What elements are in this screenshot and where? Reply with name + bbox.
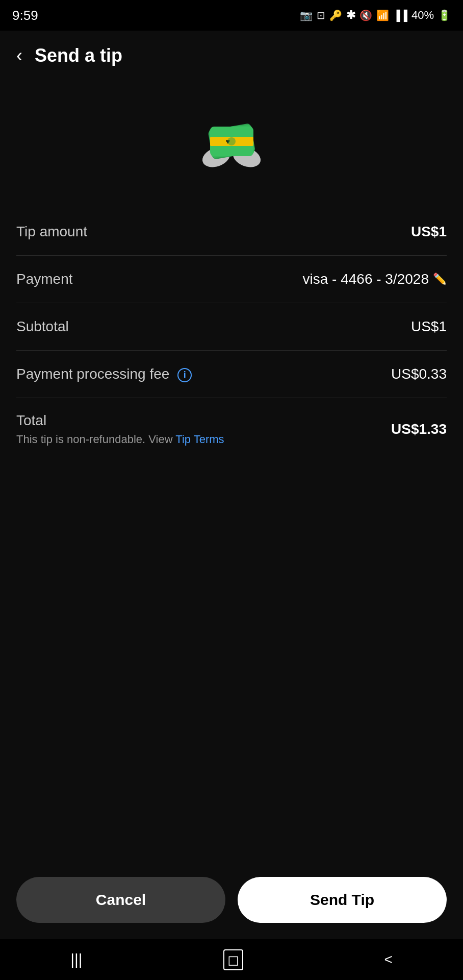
page-title: Send a tip — [35, 45, 122, 66]
edit-payment-icon[interactable]: ✏️ — [433, 273, 447, 286]
back-button[interactable]: ‹ — [16, 46, 22, 65]
svg-point-7 — [227, 137, 236, 145]
total-value: US$1.33 — [391, 421, 447, 437]
mute-icon: 🔇 — [359, 9, 372, 21]
battery-percent: 40% — [411, 9, 434, 22]
key-icon: 🔑 — [329, 9, 342, 21]
camera-icon: 📷 — [300, 9, 313, 21]
processing-fee-row: Payment processing fee i US$0.33 — [16, 351, 447, 398]
nav-back-icon[interactable]: < — [384, 951, 392, 968]
payment-row[interactable]: Payment visa - 4466 - 3/2028 ✏️ — [16, 256, 447, 303]
processing-fee-value: US$0.33 — [391, 366, 447, 382]
non-refundable-text: This tip is non-refundable. View Tip Ter… — [16, 433, 224, 446]
status-time: 9:59 — [12, 8, 38, 23]
bluetooth-icon: ✱ — [346, 9, 355, 22]
illustration-area: ♥ — [0, 81, 463, 208]
money-illustration: ♥ — [191, 101, 272, 183]
tip-amount-row: Tip amount US$1 — [16, 208, 447, 256]
bottom-buttons: Cancel Send Tip — [0, 865, 463, 939]
page-header: ‹ Send a tip — [0, 31, 463, 81]
battery-icon: 🔋 — [438, 9, 451, 21]
total-label: Total — [16, 412, 224, 429]
tip-amount-value: US$1 — [411, 224, 447, 240]
cast-icon: ⊡ — [317, 9, 325, 21]
total-label-group: Total This tip is non-refundable. View T… — [16, 412, 224, 446]
subtotal-row: Subtotal US$1 — [16, 303, 447, 351]
total-row: Total This tip is non-refundable. View T… — [16, 398, 447, 454]
send-tip-button[interactable]: Send Tip — [238, 877, 447, 923]
nav-menu-icon[interactable]: ||| — [70, 951, 82, 968]
subtotal-label: Subtotal — [16, 318, 69, 335]
tip-amount-label: Tip amount — [16, 224, 87, 240]
spacer — [0, 454, 463, 865]
nav-bar: ||| ◻ < — [0, 939, 463, 980]
payment-value: visa - 4466 - 3/2028 — [303, 271, 429, 287]
subtotal-value: US$1 — [411, 318, 447, 335]
tip-terms-link[interactable]: Tip Terms — [175, 433, 224, 446]
info-icon[interactable]: i — [177, 368, 192, 382]
payment-label: Payment — [16, 271, 73, 287]
payment-value-group[interactable]: visa - 4466 - 3/2028 ✏️ — [303, 271, 447, 287]
status-icons: 📷 ⊡ 🔑 ✱ 🔇 📶 ▐▐ 40% 🔋 — [300, 9, 451, 22]
wifi-icon: 📶 — [376, 9, 389, 21]
details-section: Tip amount US$1 Payment visa - 4466 - 3/… — [0, 208, 463, 454]
status-bar: 9:59 📷 ⊡ 🔑 ✱ 🔇 📶 ▐▐ 40% 🔋 — [0, 0, 463, 31]
cancel-button[interactable]: Cancel — [16, 877, 225, 923]
nav-home-icon[interactable]: ◻ — [223, 949, 243, 970]
signal-icon: ▐▐ — [393, 10, 407, 21]
processing-fee-label: Payment processing fee i — [16, 366, 192, 382]
